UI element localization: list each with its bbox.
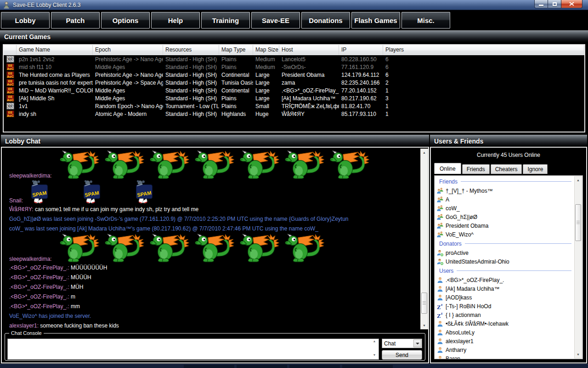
channel-select[interactable]: Chat <box>382 339 422 348</box>
game-row[interactable]: EEAoC[Ak] Middle ShMiddle AgesStandard -… <box>4 94 584 102</box>
users-scroll-thumb[interactable] <box>575 204 581 241</box>
chat-console-label: Chat Console <box>9 330 44 336</box>
user-item[interactable]: Z z[-Ts-] RoBiN HoOd <box>435 302 573 310</box>
dragon-emoticon <box>237 234 281 263</box>
tab-online[interactable]: Online <box>434 163 461 174</box>
user-item[interactable]: A <box>435 195 573 204</box>
taskbar-item[interactable] <box>289 365 340 368</box>
column-header-players[interactable]: Players <box>383 45 584 55</box>
menu-misc[interactable]: Misc. <box>401 12 450 29</box>
column-header-icon[interactable] <box>4 45 17 55</box>
menu-help[interactable]: Help <box>151 12 200 29</box>
user-item[interactable]: Z z{ I } actionman <box>435 310 573 319</box>
chat-message-emote: Snail: SPAM SPAM SPAM <box>2 180 419 205</box>
games-table-header-row: Game NameEpochResourcesMap TypeMap SizeH… <box>4 45 584 55</box>
user-item[interactable]: †_[V]_† - Mythos™ <box>435 186 573 195</box>
user-item[interactable]: •ßŁÃ¢k šŴåЯM•-Icehawk <box>435 319 573 328</box>
user-name: President Obama <box>446 223 488 229</box>
column-header-host[interactable]: Host <box>279 45 339 55</box>
column-header-map-type[interactable]: Map Type <box>219 45 253 55</box>
user-item[interactable]: .<BG>*_oOZ-FirePlay_. <box>435 276 573 284</box>
chat-message: .<BG>*_oOZ-FirePlay_.: MÜÜÜÜÜÜÜH <box>2 263 419 273</box>
menu-donations[interactable]: Donations <box>301 12 350 29</box>
game-icon-ee-aoc: EEAoC <box>6 87 14 94</box>
channel-select-button[interactable] <box>413 339 421 347</box>
user-name: AbsoLuteLy <box>446 329 475 336</box>
chat-input-scroll-down-icon[interactable]: ▼ <box>371 353 378 359</box>
channel-select-value: Chat <box>382 340 413 347</box>
column-header-epoch[interactable]: Epoch <box>93 45 163 55</box>
menu-lobby[interactable]: Lobby <box>1 12 50 29</box>
game-row[interactable]: EEAoCpre tunisia oasis not for expertPre… <box>4 79 584 86</box>
users-scroll-down-icon[interactable]: ▼ <box>575 351 582 358</box>
menu-training[interactable]: Training <box>201 12 250 29</box>
tab-ignore[interactable]: Ignore <box>523 164 548 174</box>
current-games-header: Current Games <box>0 30 588 42</box>
send-button[interactable]: Send <box>382 350 422 360</box>
game-row[interactable]: EE1v1Random Epoch -> Nano AgeTournament … <box>4 102 584 110</box>
menu-save-ee[interactable]: Save-EE <box>251 12 300 29</box>
svg-text:z: z <box>441 303 443 307</box>
maximize-button[interactable] <box>548 0 561 8</box>
taskbar[interactable] <box>0 364 588 368</box>
user-item[interactable]: President Obama <box>435 221 573 230</box>
game-host: -SwOrDs- <box>279 64 339 70</box>
game-map-type: Plains <box>219 56 253 63</box>
chat-scrollbar[interactable]: ▲ ▼ <box>420 149 428 329</box>
user-item[interactable]: VoE_Wizo^ <box>435 230 573 239</box>
user-item[interactable]: alexslayer1 <box>435 337 573 345</box>
game-epoch: Atomic Age - Modern <box>93 111 163 117</box>
user-item[interactable]: proActive <box>435 248 573 257</box>
game-map-size: Huge <box>253 111 279 117</box>
chat-username: Snail: <box>9 196 23 205</box>
lobby-chat-panel: Lobby Chat sleepwalkerdima: Snail: SPAM … <box>1 135 429 363</box>
taskbar-item[interactable] <box>237 365 287 368</box>
user-item[interactable]: coW_ <box>435 204 573 213</box>
chat-message-text: m <box>69 293 75 300</box>
user-name: UnitedStatesAdmiral-Ohio <box>446 259 509 265</box>
column-header-game-name[interactable]: Game Name <box>17 45 93 55</box>
taskbar-item[interactable] <box>184 365 234 368</box>
user-icon <box>436 320 444 328</box>
users-scroll-up-icon[interactable]: ▲ <box>575 177 582 184</box>
taskbar-item[interactable] <box>342 365 393 368</box>
user-item[interactable]: Baron <box>435 354 573 359</box>
users-scrollbar[interactable]: ▲ ▼ <box>574 176 582 358</box>
user-item[interactable]: [AOD]kass <box>435 293 573 302</box>
dragon-emoticon <box>57 234 101 263</box>
donator-icon <box>436 249 444 257</box>
user-item[interactable]: UnitedStatesAdmiral-Ohio <box>435 257 573 266</box>
game-row[interactable]: EEAoCMiD ~ MoD WarrioR!!_ COLORMiddle Ag… <box>4 86 584 94</box>
chat-scroll-thumb[interactable] <box>421 293 427 314</box>
user-name: alexslayer1 <box>446 338 474 345</box>
game-row[interactable]: EEAoCThe Hunted come as PlayersPrehistor… <box>4 71 584 79</box>
chat-scroll-down-icon[interactable]: ▼ <box>421 322 428 329</box>
tab-cheaters[interactable]: Cheaters <box>491 164 522 174</box>
users-panel-header: Users & Friends <box>430 135 587 147</box>
close-button[interactable] <box>561 0 582 8</box>
game-players: 6 <box>383 64 584 70</box>
game-row[interactable]: EEAoCmid sh f11 10Middle AgesStandard - … <box>4 63 584 71</box>
group-header-friends: Friends <box>435 177 573 186</box>
user-item[interactable]: GoG_hΣ||øØ <box>435 213 573 221</box>
user-item[interactable]: AbsoLuteLy <box>435 328 573 337</box>
column-header-resources[interactable]: Resources <box>163 45 219 55</box>
column-header-map-size[interactable]: Map Size <box>253 45 279 55</box>
chat-messages: sleepwalkerdima: Snail: SPAM SPAM SPAM Ŵ… <box>2 148 419 330</box>
menu-flash-games[interactable]: Flash Games <box>351 12 400 29</box>
game-map-type: Tunisia Oasis <box>219 80 253 86</box>
game-row[interactable]: EEp2n 1vs1 2vs2Prehistoric Age -> Nano A… <box>4 55 584 63</box>
minimize-button[interactable] <box>534 0 548 8</box>
user-item[interactable]: [Ak] Madara Uchiha™ <box>435 284 573 293</box>
group-divider <box>461 181 571 182</box>
column-header-ip[interactable]: IP <box>339 45 383 55</box>
chat-input-scroll-up-icon[interactable]: ▲ <box>371 339 378 345</box>
tab-friends[interactable]: Friends <box>462 164 490 174</box>
chat-input[interactable] <box>8 339 379 359</box>
menu-patch[interactable]: Patch <box>51 12 100 29</box>
game-row[interactable]: EEAoCindy shAtomic Age - ModernStandard … <box>4 110 584 118</box>
chat-scroll-up-icon[interactable]: ▲ <box>421 149 428 156</box>
user-item[interactable]: Antharry <box>435 345 573 354</box>
menu-options[interactable]: Options <box>101 12 150 29</box>
game-ip: 124.179.64.112 <box>339 72 383 78</box>
